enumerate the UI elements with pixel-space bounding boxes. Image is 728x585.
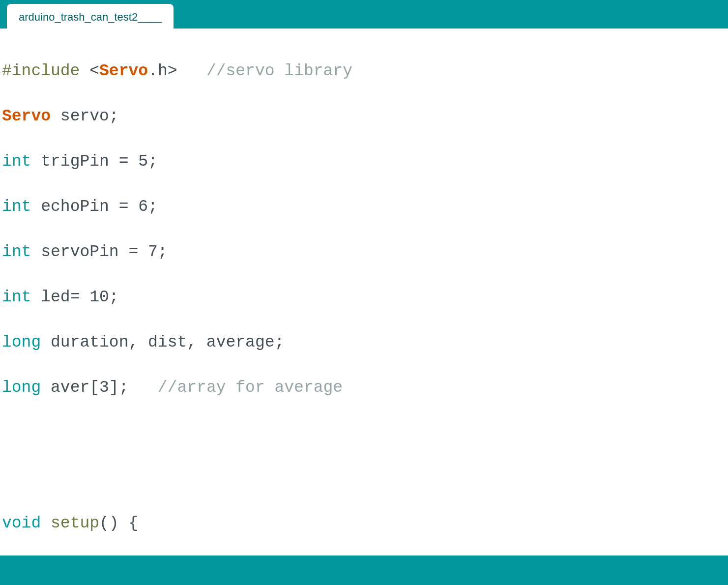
code-text: echoPin = 6; (31, 198, 187, 216)
code-text: aver[3]; (41, 379, 158, 397)
tab-sketch[interactable]: arduino_trash_can_test2____ (7, 4, 174, 29)
code-text: servoPin = 7; (31, 243, 167, 261)
comment: //servo library (206, 62, 352, 80)
preprocessor-directive: #include (2, 62, 80, 80)
comment: //array for average (158, 379, 343, 397)
code-text: trigPin = 5; (31, 152, 197, 171)
code-text (41, 514, 51, 532)
function-name: setup (51, 514, 99, 532)
code-text: duration, dist, average; (41, 333, 314, 351)
code-text: < (80, 62, 99, 80)
tab-bar: arduino_trash_can_test2____ (0, 0, 728, 29)
code-text: () { (99, 514, 206, 532)
type-keyword: int (2, 243, 31, 261)
type-keyword: int (2, 288, 31, 306)
class-name: Servo (99, 62, 148, 80)
code-text: .h> (148, 62, 206, 80)
status-bar (0, 556, 728, 585)
class-name: Servo (2, 107, 51, 125)
type-keyword: long (2, 379, 41, 397)
type-keyword: long (2, 333, 41, 351)
type-keyword: int (2, 152, 31, 171)
code-editor[interactable]: #include <Servo.h> //servo library Servo… (0, 29, 728, 556)
type-keyword: int (2, 198, 31, 216)
code-text: led= 10; (31, 288, 118, 306)
type-keyword: void (2, 514, 41, 532)
code-text: servo; (51, 107, 158, 125)
